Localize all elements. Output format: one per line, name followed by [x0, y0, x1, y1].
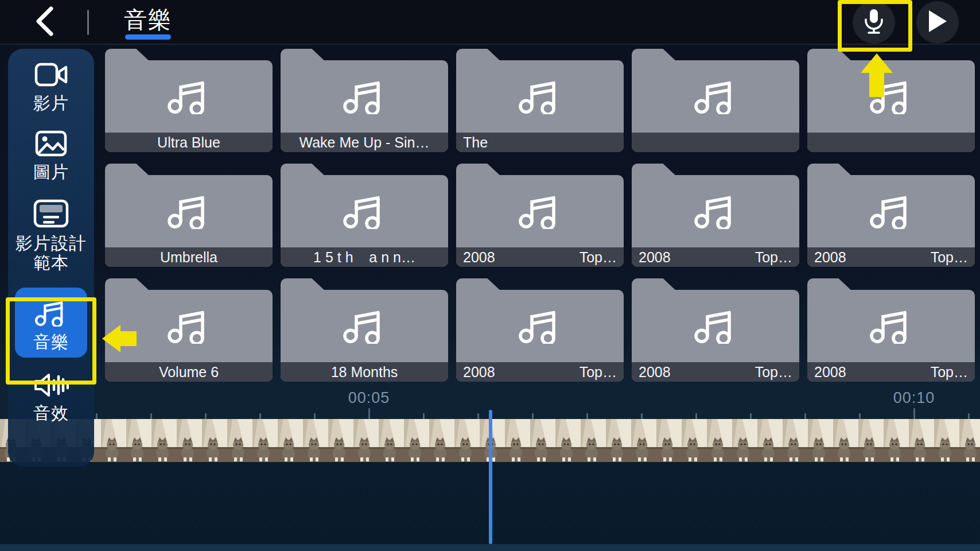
timeline-tick [695, 413, 697, 419]
video-frame-thumbnail [530, 419, 555, 462]
folder-body: 1 5 t h a n n… [281, 175, 448, 267]
music-folder-tile[interactable]: Wake Me Up - Sin… [281, 49, 448, 152]
sidebar-item-sound-effect[interactable]: 音效 [33, 372, 69, 423]
folder-body: Wake Me Up - Sin… [281, 60, 448, 152]
sidebar-item-label: 音樂 [33, 332, 69, 352]
content-area: Ultra Blue Wake Me Up - Sin… The Umbrell… [0, 46, 980, 551]
music-note-icon [518, 190, 562, 231]
music-folder-tile[interactable]: 2008Top… [807, 164, 975, 267]
music-note-icon [518, 305, 562, 346]
timeline-playhead[interactable] [489, 410, 492, 544]
music-note-icon [343, 190, 386, 231]
folder-body: 2008Top… [632, 175, 799, 267]
folder-title: 2008Top… [632, 362, 799, 382]
play-icon [928, 10, 947, 35]
video-frame-thumbnail [707, 419, 732, 462]
music-folder-tile[interactable]: Volume 6 [105, 278, 273, 382]
music-folder-tile[interactable]: 2008Top… [807, 278, 975, 382]
music-folder-tile[interactable]: 18 Months [281, 278, 448, 382]
music-note-icon [869, 75, 913, 117]
music-folder-tile[interactable]: Umbrella [105, 164, 273, 267]
folder-title: 1 5 t h a n n… [281, 247, 448, 267]
music-folder-tile[interactable]: Ultra Blue [105, 49, 273, 152]
timeline-tick [804, 413, 806, 419]
tab-music-title[interactable]: 音樂 [114, 0, 182, 45]
video-frame-thumbnail [328, 419, 353, 462]
music-note-icon [167, 75, 211, 117]
video-frame-thumbnail [757, 419, 783, 462]
sidebar-item-template[interactable]: 影片設計範本 [15, 199, 87, 273]
folder-body: Ultra Blue [105, 60, 273, 152]
music-folder-tile[interactable] [807, 49, 975, 152]
music-note-icon [869, 305, 913, 346]
timeline-tick [532, 413, 534, 419]
music-folder-grid: Ultra Blue Wake Me Up - Sin… The Umbrell… [105, 49, 975, 382]
folder-body [632, 60, 799, 152]
chevron-left-icon [33, 5, 56, 40]
folder-body: Volume 6 [105, 290, 273, 382]
music-note-icon [518, 75, 562, 117]
video-frame-thumbnail [429, 419, 454, 462]
timeline-tick [423, 413, 425, 419]
sidebar-item-picture[interactable]: 圖片 [33, 130, 69, 182]
timeline-tick [150, 413, 152, 419]
music-note-icon [343, 305, 386, 346]
folder-title: 2008Top… [456, 247, 624, 267]
video-frame-thumbnail [783, 419, 808, 462]
music-note-icon [694, 305, 737, 346]
folder-body: 2008Top… [807, 290, 975, 382]
music-folder-tile[interactable] [632, 49, 799, 152]
video-frame-thumbnail [656, 419, 682, 462]
record-voiceover-button[interactable] [853, 1, 895, 44]
music-folder-tile[interactable]: 2008Top… [456, 278, 624, 382]
video-frame-thumbnail [959, 419, 980, 462]
timeline-tick [586, 413, 588, 419]
music-folder-tile[interactable]: 1 5 t h a n n… [281, 164, 448, 267]
video-frame-thumbnail [454, 419, 480, 462]
video-camera-icon [34, 61, 68, 90]
speaker-icon [33, 372, 69, 400]
folder-title: The [456, 133, 624, 152]
music-note-icon [167, 305, 211, 346]
video-frame-thumbnail [858, 419, 884, 462]
video-frame-thumbnail [303, 419, 328, 462]
timeline-tick [314, 413, 316, 419]
timeline-tick [859, 413, 861, 419]
video-frame-thumbnail [202, 419, 227, 462]
music-note-icon [167, 190, 211, 231]
folder-title: 2008Top… [807, 247, 975, 267]
sidebar-item-label: 影片 [33, 94, 69, 113]
sidebar-item-music[interactable]: 音樂 [15, 288, 87, 358]
folder-title [632, 133, 799, 152]
music-note-icon [343, 75, 386, 117]
folder-body: 2008Top… [456, 175, 624, 267]
video-frame-thumbnail [404, 419, 429, 462]
video-frame-thumbnail [909, 419, 934, 462]
music-folder-tile[interactable]: 2008Top… [456, 164, 624, 267]
back-button[interactable] [28, 6, 61, 39]
folder-title: Ultra Blue [105, 133, 273, 152]
video-frame-thumbnail [353, 419, 379, 462]
folder-body: 18 Months [281, 290, 448, 382]
folder-body: 2008Top… [807, 175, 975, 267]
video-frame-thumbnail [480, 419, 505, 462]
folder-body: Umbrella [105, 175, 273, 267]
music-folder-tile[interactable]: 2008Top… [632, 278, 799, 382]
video-frame-thumbnail [151, 419, 177, 462]
video-frame-thumbnail [631, 419, 656, 462]
timeline-tick [205, 413, 207, 419]
video-frame-thumbnail [278, 419, 303, 462]
video-frame-thumbnail [505, 419, 530, 462]
sidebar-item-video[interactable]: 影片 [33, 61, 69, 113]
video-frame-thumbnail [252, 419, 278, 462]
music-folder-tile[interactable]: The [456, 49, 624, 152]
music-note-icon [34, 297, 68, 329]
video-frame-thumbnail [833, 419, 858, 462]
folder-title: 2008Top… [807, 362, 975, 382]
video-frame-thumbnail [682, 419, 707, 462]
video-frame-thumbnail [581, 419, 606, 462]
folder-body: 2008Top… [456, 290, 624, 382]
music-folder-tile[interactable]: 2008Top… [632, 164, 799, 267]
video-frame-thumbnail [808, 419, 833, 462]
play-button[interactable] [916, 1, 959, 44]
